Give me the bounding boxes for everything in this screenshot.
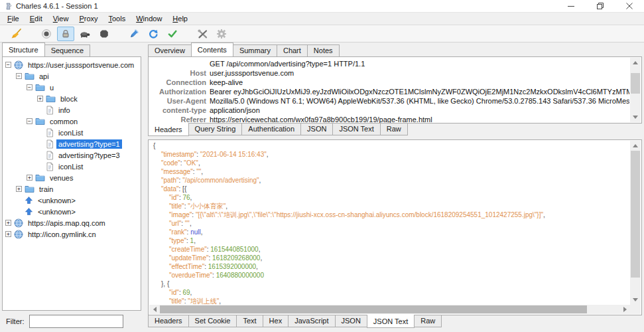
expand-icon[interactable]: + <box>16 186 22 192</box>
filter-bar: Filter: <box>0 311 143 332</box>
tab-structure[interactable]: Structure <box>2 42 45 56</box>
tab-overview[interactable]: Overview <box>148 44 192 56</box>
tree-item[interactable]: advertising?type=3 <box>3 149 141 161</box>
settings-button[interactable] <box>213 27 230 41</box>
expand-icon[interactable]: + <box>37 96 43 102</box>
tree-item[interactable]: +venues <box>3 172 141 183</box>
json-line: "createTime": 1615440851000, <box>150 245 630 254</box>
request-tab-authentication[interactable]: Authentication <box>241 124 301 135</box>
header-value: keep-alive <box>210 78 243 87</box>
tree-item[interactable]: +block <box>3 93 141 104</box>
response-vscrollbar[interactable] <box>630 141 641 305</box>
filter-input[interactable] <box>29 315 123 328</box>
breakpoints-button[interactable] <box>96 27 113 41</box>
menu-view[interactable]: View <box>48 13 74 24</box>
arrow-up-icon <box>25 196 33 205</box>
tree-item-label: venues <box>48 173 75 183</box>
tree-item[interactable]: −api <box>3 70 141 82</box>
scroll-down-icon[interactable] <box>630 295 641 305</box>
scroll-left-icon[interactable] <box>149 305 160 314</box>
header-value: Bearer eyJhbGciOiJIUzUxMiJ9.eyJzdWliOilx… <box>210 87 629 96</box>
scroll-thumb[interactable] <box>631 151 640 278</box>
menu-help[interactable]: Help <box>167 13 193 24</box>
tree-item[interactable]: iconList <box>3 161 141 172</box>
tree-item[interactable]: <unknown> <box>3 206 141 217</box>
menu-proxy[interactable]: Proxy <box>74 13 103 24</box>
response-tab-json-text[interactable]: JSON Text <box>367 315 415 328</box>
json-line: "title": "小小体育家", <box>150 202 630 210</box>
request-tab-json[interactable]: JSON <box>300 124 333 135</box>
collapse-icon[interactable]: − <box>27 118 32 124</box>
ssl-proxying-button[interactable] <box>57 27 74 41</box>
tree-item[interactable]: advertising?type=1 <box>3 138 141 149</box>
tab-sequence[interactable]: Sequence <box>44 44 91 56</box>
response-tab-set-cookie[interactable]: Set Cookie <box>188 315 237 327</box>
expand-icon[interactable]: + <box>5 220 11 226</box>
tab-contents[interactable]: Contents <box>191 42 233 56</box>
tree-item[interactable]: −common <box>3 116 141 127</box>
request-tab-headers[interactable]: Headers <box>148 123 189 136</box>
scroll-thumb[interactable] <box>160 305 587 313</box>
response-tab-raw[interactable]: Raw <box>414 315 442 327</box>
tools-button[interactable] <box>194 27 211 41</box>
tools-icon <box>197 29 208 39</box>
arrow-up-icon <box>25 207 33 216</box>
header-value: application/json <box>210 106 260 115</box>
request-scrollbar[interactable] <box>630 58 641 122</box>
response-hscrollbar[interactable] <box>149 305 630 314</box>
menu-window[interactable]: Window <box>131 13 167 24</box>
collapse-icon[interactable]: − <box>16 73 22 79</box>
response-tab-javascript[interactable]: JavaScript <box>288 315 335 327</box>
tab-summary[interactable]: Summary <box>233 44 277 56</box>
json-line: "url": "", <box>150 219 630 228</box>
scroll-up-icon[interactable] <box>630 141 641 151</box>
tree-item[interactable]: +train <box>3 183 141 195</box>
folder-icon <box>25 72 34 80</box>
clear-session-button[interactable] <box>8 27 25 41</box>
request-tab-query-string[interactable]: Query String <box>188 124 243 135</box>
pencil-icon <box>129 29 139 39</box>
json-line: }, { <box>150 280 630 288</box>
tree-item[interactable]: −u <box>3 82 141 93</box>
toggle-spacer <box>37 107 43 113</box>
response-tab-json[interactable]: JSON <box>335 315 367 327</box>
request-tab-json-text[interactable]: JSON Text <box>332 124 380 135</box>
minimize-button[interactable] <box>556 0 586 12</box>
tree-item[interactable]: <unknown> <box>3 195 141 206</box>
scroll-down-icon[interactable] <box>630 112 641 122</box>
throttle-button[interactable] <box>76 27 94 41</box>
compose-button[interactable] <box>125 27 143 41</box>
request-tab-raw[interactable]: Raw <box>380 124 408 135</box>
record-button[interactable] <box>38 27 55 41</box>
response-tab-headers[interactable]: Headers <box>148 315 189 327</box>
close-button[interactable] <box>615 0 644 12</box>
response-tab-hex[interactable]: Hex <box>263 315 289 327</box>
expand-icon[interactable]: + <box>5 231 11 237</box>
tab-chart[interactable]: Chart <box>277 44 308 56</box>
menu-edit[interactable]: Edit <box>25 13 48 24</box>
collapse-icon[interactable]: − <box>5 62 11 68</box>
menu-file[interactable]: File <box>2 13 25 24</box>
scroll-thumb[interactable] <box>631 73 640 94</box>
tree-item[interactable]: +https://apis.map.qq.com <box>3 217 141 228</box>
validate-button[interactable] <box>164 27 181 41</box>
close-icon <box>626 3 633 9</box>
tab-notes[interactable]: Notes <box>307 44 340 56</box>
scroll-up-icon[interactable] <box>630 58 641 68</box>
repeat-button[interactable] <box>145 27 162 41</box>
collapse-icon[interactable]: − <box>27 84 32 90</box>
request-line-row: GET /api/common/advertising?type=1 HTTP/… <box>150 59 629 68</box>
header-row: Hostuser.jusssportsvenue.com <box>150 68 629 78</box>
tree-item[interactable]: iconList <box>3 127 141 138</box>
restore-button[interactable] <box>586 0 615 12</box>
header-name: content-type <box>150 106 210 115</box>
charles-app-icon <box>4 2 13 11</box>
tree-item[interactable]: −https://user.jusssportsvenue.com <box>3 59 141 70</box>
scroll-right-icon[interactable] <box>619 305 630 314</box>
tree-item[interactable]: +http://icon.gymlink.cn <box>3 228 141 240</box>
expand-icon[interactable]: + <box>27 175 32 181</box>
folder-icon <box>35 117 45 125</box>
response-tab-text[interactable]: Text <box>236 315 263 327</box>
tree-item[interactable]: info <box>3 104 141 116</box>
menu-tools[interactable]: Tools <box>103 13 131 24</box>
